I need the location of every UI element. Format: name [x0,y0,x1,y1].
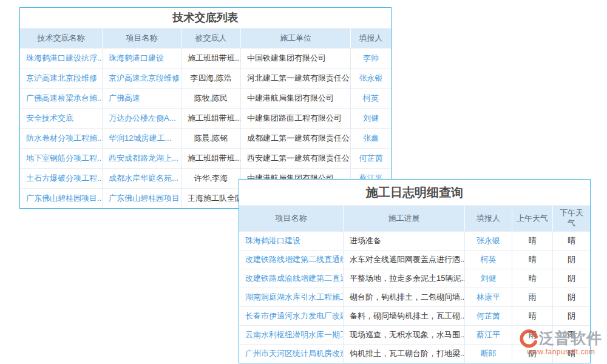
cell-reporter[interactable]: 张永银 [465,232,512,250]
fanpu-logo-icon [520,329,538,348]
technical-disclosure-title: 技术交底列表 [20,8,391,29]
cell-reporter[interactable]: 蔡江平 [465,326,512,344]
cell-project-name[interactable]: 改建铁路成渝线增建第二直通线 [239,269,344,288]
cell-project-name[interactable]: 改建铁路线增建第二线直通线 [239,251,344,269]
cell-reporter[interactable]: 张永银 [351,69,391,88]
cell-project-name[interactable]: 云南水利枢纽潜明水库一期工程 [239,326,344,344]
cell-progress: 现场巡查，无积水现象，水马围... [344,326,465,344]
table-row: 广佛高速桥梁承台施... 广佛高速 陈牧,陈民 中建港航局集团有限公司 柯英 [20,88,391,108]
cell-project-name[interactable]: 华润12城房建工... [103,129,181,148]
col-header-project-name: 项目名称 [103,29,181,48]
cell-receiver: 王海施工队全队 [181,189,241,208]
cell-disclosure-name[interactable]: 京沪高速北京段维修 [20,69,103,88]
cell-project-name[interactable]: 广州市天河区统计局机房改造项 [239,345,344,363]
cell-receiver: 许华,李海 [181,169,241,188]
cell-project-name[interactable]: 珠海鹤港口建设 [239,232,344,250]
cell-progress: 砌台阶，钩机排土，二包砌间墙... [344,288,465,306]
cell-reporter[interactable]: 林康平 [465,288,512,306]
cell-morning-weather: 晴 [512,269,553,288]
cell-progress: 钩机排土，瓦工砌台阶，打地梁... [344,345,465,363]
cell-afternoon-weather: 阴 [553,288,590,306]
cell-progress: 进场准备 [344,232,465,250]
cell-disclosure-name[interactable]: 土石方爆破分项工程... [20,169,103,188]
cell-progress: 备料，砌间墙钩机排土，瓦工砌... [344,307,465,325]
cell-afternoon-weather: 晴 [553,232,590,250]
cell-reporter[interactable]: 断郎 [465,345,512,363]
col-header-receiver: 被交底人 [181,29,241,48]
cell-project-name[interactable]: 广东佛山碧桂园项目 [103,189,181,208]
cell-disclosure-name[interactable]: 广东佛山碧桂园项目... [20,189,103,208]
cell-afternoon-weather: 阴 [553,251,590,269]
fanpu-watermark: 泛普软件 www.fanpusoft.com [520,328,607,356]
cell-disclosure-name[interactable]: 广佛高速桥梁承台施... [20,89,103,108]
cell-construction-unit: 河北建工第一建筑有限责任公司 [241,69,351,88]
cell-reporter[interactable]: 柯英 [351,89,391,108]
cell-afternoon-weather: 阴 [553,307,590,325]
cell-reporter[interactable]: 刘健 [465,269,512,288]
cell-disclosure-name[interactable]: 防水卷材分项工程施... [20,129,103,148]
construction-log-title: 施工日志明细查询 [239,180,590,206]
cell-reporter[interactable]: 张鑫 [351,129,391,148]
cell-project-name[interactable]: 京沪高速北京段维修 [103,69,181,88]
cell-reporter[interactable]: 柯英 [465,251,512,269]
table-row: 湖南洞庭湖水库引水工程施工标 砌台阶，钩机排土，二包砌间墙... 林康平 雨 阴 [239,288,590,306]
cell-reporter[interactable]: 何芷茵 [465,307,512,325]
cell-reporter[interactable]: 李帅 [351,49,391,68]
table-row: 珠海鹤港口建设抗浮... 珠海鹤港口建设 施工班组带班... 中国铁建集团有限公… [20,48,391,68]
table-row: 防水卷材分项工程施... 华润12城房建工... 陈晨,陈铭 成都建工第一建筑有… [20,128,391,148]
cell-reporter[interactable]: 刘健 [351,109,391,128]
cell-disclosure-name[interactable]: 安全技术交底 [20,109,103,128]
cell-progress: 平整场地，拉走多余泥土15辆泥... [344,269,465,288]
cell-progress: 水车对全线遮阳网覆盖点进行洒... [344,251,465,269]
col-header-reporter: 填报人 [465,206,512,231]
col-header-afternoon-weather: 下午天气 [553,206,590,231]
cell-project-name[interactable]: 广佛高速 [103,89,181,108]
cell-construction-unit: 成都建工第一建筑有限责任公司 [241,129,351,148]
table-row: 珠海鹤港口建设 进场准备 张永银 晴 晴 [239,231,590,250]
table-row: 地下室钢筋分项工程... 西安成都路龙湖上... 施工班组带班... 西安建工第… [20,148,391,168]
cell-project-name[interactable]: 西安成都路龙湖上... [103,149,181,168]
cell-construction-unit: 西安建工第一建筑有限责任公司 [241,149,351,168]
cell-morning-weather: 晴 [512,307,553,325]
watermark-url-text: www.fanpusoft.com [520,348,607,356]
watermark-brand-text: 泛普软件 [539,328,602,348]
col-header-construction-unit: 施工单位 [241,29,351,48]
cell-construction-unit: 中建港航局集团有限公司 [241,89,351,108]
col-header-progress: 施工进展 [344,206,465,231]
cell-afternoon-weather: 阴 [553,269,590,288]
cell-reporter[interactable]: 何芷茵 [351,149,391,168]
cell-project-name[interactable]: 长春市伊通河水力发电厂改建工 [239,307,344,325]
cell-project-name[interactable]: 珠海鹤港口建设 [103,49,181,68]
cell-disclosure-name[interactable]: 珠海鹤港口建设抗浮... [20,49,103,68]
col-header-disclosure-name: 技术交底名称 [20,29,103,48]
cell-project-name[interactable]: 湖南洞庭湖水库引水工程施工标 [239,288,344,306]
cell-morning-weather: 晴 [512,232,553,250]
cell-receiver: 陈晨,陈铭 [181,129,241,148]
cell-receiver: 陈牧,陈民 [181,89,241,108]
cell-morning-weather: 雨 [512,288,553,306]
table-row: 安全技术交底 万达办公楼左侧A... 施工班组带班... 中建集团路面工程有限公… [20,108,391,128]
table-row: 改建铁路成渝线增建第二直通线 平整场地，拉走多余泥土15辆泥... 刘健 晴 阴 [239,269,590,288]
technical-disclosure-header-row: 技术交底名称 项目名称 被交底人 施工单位 填报人 [20,29,391,48]
cell-disclosure-name[interactable]: 地下室钢筋分项工程... [20,149,103,168]
cell-construction-unit: 中建集团路面工程有限公司 [241,109,351,128]
cell-morning-weather: 晴 [512,251,553,269]
col-header-project-name: 项目名称 [239,206,344,231]
cell-receiver: 施工班组带班... [181,109,241,128]
col-header-reporter: 填报人 [351,29,391,48]
cell-project-name[interactable]: 成都水岸华庭名苑... [103,169,181,188]
cell-construction-unit: 中国铁建集团有限公司 [241,49,351,68]
cell-receiver: 李四海,陈浩 [181,69,241,88]
col-header-morning-weather: 上午天气 [512,206,553,231]
cell-receiver: 施工班组带班... [181,49,241,68]
table-row: 长春市伊通河水力发电厂改建工 备料，砌间墙钩机排土，瓦工砌... 何芷茵 晴 阴 [239,306,590,325]
construction-log-header-row: 项目名称 施工进展 填报人 上午天气 下午天气 [239,206,590,231]
table-row: 改建铁路线增建第二线直通线 水车对全线遮阳网覆盖点进行洒... 柯英 晴 阴 [239,250,590,269]
cell-receiver: 施工班组带班... [181,149,241,168]
cell-project-name[interactable]: 万达办公楼左侧A... [103,109,181,128]
table-row: 京沪高速北京段维修 京沪高速北京段维修 李四海,陈浩 河北建工第一建筑有限责任公… [20,68,391,88]
